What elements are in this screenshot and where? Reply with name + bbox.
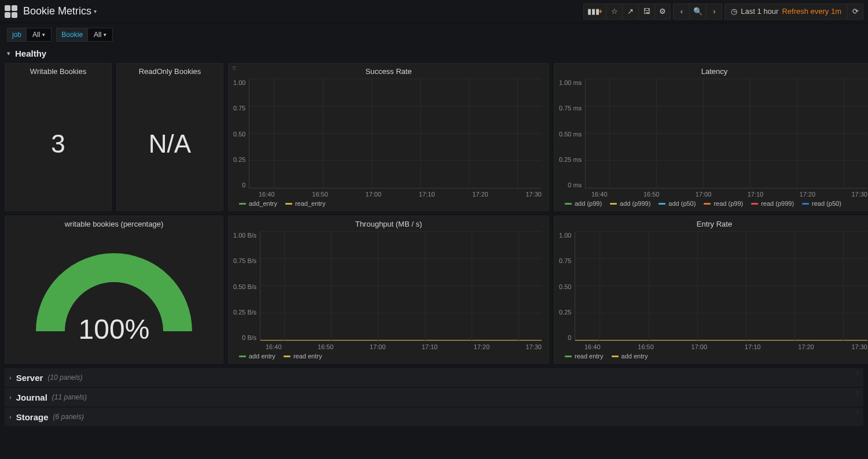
panel-title: Success Rate — [229, 64, 549, 77]
share-button[interactable]: ↗ — [622, 3, 638, 20]
x-tick: 17:30 — [851, 343, 867, 350]
legend-item[interactable]: add_entry — [239, 200, 277, 207]
legend-item[interactable]: read entry — [565, 353, 604, 360]
drag-handle-icon[interactable]: ⠿ — [855, 390, 860, 397]
stat-value: 3 — [51, 129, 65, 158]
x-tick: 17:30 — [851, 191, 867, 198]
chevron-left-icon: ‹ — [681, 7, 683, 16]
zoom-out-button[interactable]: 🔍 — [689, 3, 706, 20]
legend-item[interactable]: read (p50) — [802, 200, 841, 207]
x-tick: 16:50 — [643, 191, 660, 198]
star-button[interactable]: ☆ — [606, 3, 622, 20]
dashboard-title-dropdown[interactable]: Bookie Metrics ▾ — [23, 5, 97, 17]
settings-button[interactable]: ⚙ — [654, 3, 671, 20]
chevron-down-icon: ▾ — [7, 50, 10, 57]
drag-handle-icon[interactable]: ⠿ — [232, 65, 237, 72]
chart-plot[interactable]: 1.00 B/s0.75 B/s0.50 B/s0.25 B/s0 B/s — [233, 232, 542, 341]
legend-item[interactable]: add (p999) — [610, 200, 650, 207]
legend-label: add entry — [249, 353, 275, 360]
time-range-picker[interactable]: ◷ Last 1 hour Refresh every 1m — [724, 3, 847, 20]
plus-icon: + — [598, 7, 603, 16]
legend-label: read (p99) — [713, 200, 743, 207]
drag-handle-icon[interactable]: ⠿ — [855, 410, 860, 416]
variable-bookie-value[interactable]: All▾ — [87, 28, 113, 42]
x-tick: 17:00 — [692, 343, 708, 350]
legend-label: add (p999) — [620, 200, 650, 207]
row-header-server[interactable]: › Server (10 panels) ⠿ — [5, 368, 863, 387]
x-tick: 16:50 — [638, 343, 654, 350]
row-header-journal[interactable]: › Journal (11 panels) ⠿ — [5, 388, 863, 406]
variable-job-label: job — [7, 28, 26, 42]
y-tick: 0.25 ms — [559, 156, 582, 163]
panel-success-rate[interactable]: ⠿ Success Rate 1.000.750.500.250 16:4016… — [228, 63, 549, 211]
legend-item[interactable]: read (p99) — [704, 200, 743, 207]
caret-down-icon: ▾ — [94, 8, 97, 14]
y-tick: 0.75 B/s — [233, 257, 256, 264]
legend-label: add_entry — [249, 200, 277, 207]
x-tick: 17:20 — [474, 343, 490, 350]
grafana-dashboard-icon[interactable] — [5, 5, 17, 18]
x-tick: 17:00 — [696, 191, 712, 198]
chart-plot[interactable]: 1.00 ms0.75 ms0.50 ms0.25 ms0 ms — [559, 79, 867, 188]
refresh-icon: ⟳ — [852, 7, 859, 16]
caret-down-icon: ▾ — [104, 32, 106, 38]
save-button[interactable]: 🖫 — [638, 3, 654, 20]
y-tick: 0 — [568, 334, 571, 341]
row-header-storage[interactable]: › Storage (6 panels) ⠿ — [5, 408, 863, 426]
legend-swatch — [239, 356, 246, 357]
legend-swatch — [659, 203, 665, 205]
y-tick: 0.75 — [559, 257, 571, 264]
legend-label: add (p99) — [575, 200, 602, 207]
legend-label: read entry — [293, 353, 322, 360]
y-tick: 1.00 B/s — [233, 232, 256, 239]
panel-throughput[interactable]: Throughput (MB / s) 1.00 B/s0.75 B/s0.50… — [228, 216, 549, 364]
chart-plot[interactable]: 1.000.750.500.250 — [233, 79, 542, 188]
panel-latency[interactable]: Latency 1.00 ms0.75 ms0.50 ms0.25 ms0 ms… — [554, 63, 868, 211]
share-icon: ↗ — [627, 7, 634, 16]
clock-icon: ◷ — [731, 7, 737, 16]
drag-handle-icon[interactable]: ⠿ — [855, 371, 860, 377]
legend-item[interactable]: read entry — [284, 353, 322, 360]
time-forward-button[interactable]: › — [706, 3, 722, 20]
row-meta: (11 panels) — [52, 393, 87, 401]
dashboard-title: Bookie Metrics — [23, 5, 91, 17]
y-tick: 1.00 — [233, 79, 245, 86]
legend-item[interactable]: add entry — [612, 353, 648, 360]
variable-bookie-label: Bookie — [56, 28, 87, 42]
panel-readonly-bookies[interactable]: ReadOnly Bookies N/A — [116, 63, 223, 211]
x-tick: 17:30 — [525, 191, 542, 198]
x-tick: 17:20 — [798, 343, 814, 350]
add-panel-button[interactable]: ▮▮▮+ — [583, 3, 606, 20]
zoom-out-icon: 🔍 — [693, 7, 703, 16]
variable-job[interactable]: job All▾ — [7, 28, 52, 42]
y-tick: 0.50 ms — [559, 131, 582, 138]
panel-entry-rate[interactable]: Entry Rate 1.000.750.500.250 16:4016:501… — [554, 216, 868, 364]
legend-swatch — [565, 356, 572, 357]
legend-item[interactable]: add (p99) — [565, 200, 602, 207]
chart-plot[interactable]: 1.000.750.500.250 — [559, 232, 867, 341]
y-tick: 0 ms — [568, 182, 582, 188]
y-tick: 0.75 ms — [559, 105, 582, 112]
legend-item[interactable]: read_entry — [285, 200, 326, 207]
x-tick: 16:40 — [259, 191, 275, 198]
variable-bookie[interactable]: Bookie All▾ — [56, 28, 113, 42]
time-back-button[interactable]: ‹ — [673, 3, 689, 20]
stat-value: N/A — [149, 129, 191, 158]
legend-item[interactable]: read (p999) — [751, 200, 794, 207]
y-tick: 0.50 B/s — [233, 283, 256, 290]
refresh-button[interactable]: ⟳ — [847, 3, 863, 20]
bar-chart-icon: ▮▮▮ — [587, 7, 599, 16]
panel-writable-percentage[interactable]: writable bookies (percentage) 100% — [5, 216, 223, 364]
legend-label: add entry — [621, 353, 648, 360]
variable-job-value[interactable]: All▾ — [26, 28, 52, 42]
template-variables-row: job All▾ Bookie All▾ — [0, 23, 868, 46]
panel-writable-bookies[interactable]: Writable Bookies 3 — [5, 63, 112, 211]
legend-item[interactable]: add entry — [239, 353, 275, 360]
chevron-right-icon: › — [9, 374, 12, 381]
gauge: 100% — [33, 245, 195, 349]
row-header-healthy[interactable]: ▾ Healthy — [0, 46, 868, 63]
x-tick: 17:10 — [745, 343, 761, 350]
legend-swatch — [239, 203, 246, 205]
caret-down-icon: ▾ — [42, 32, 45, 38]
legend-item[interactable]: add (p50) — [659, 200, 696, 207]
